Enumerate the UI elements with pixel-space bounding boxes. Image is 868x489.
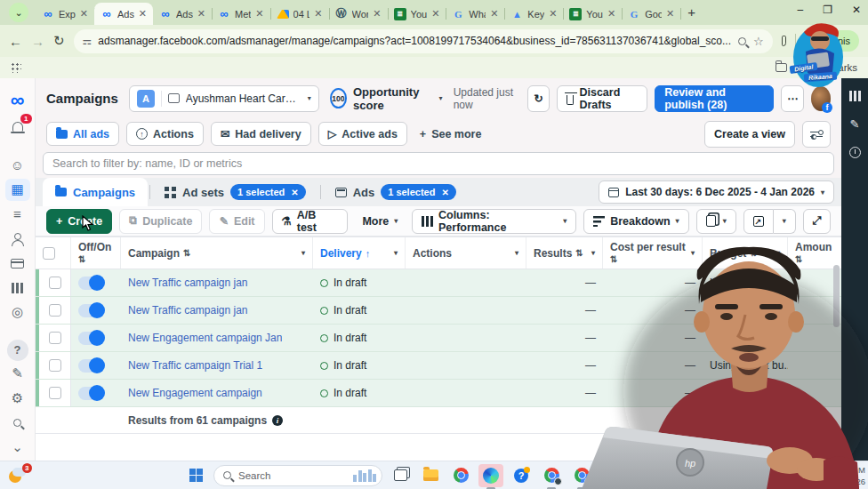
more-button[interactable]: More ▾	[355, 215, 405, 228]
events-nav-icon[interactable]: ◎	[5, 301, 30, 325]
meta-logo-icon[interactable]: ∞	[5, 87, 30, 114]
audiences-nav-icon[interactable]	[5, 228, 30, 251]
ab-test-button[interactable]: ⚗ A/B test	[272, 209, 349, 234]
campaign-toggle[interactable]	[78, 277, 105, 290]
analytics-nav-icon[interactable]	[5, 277, 30, 300]
tab-close-icon[interactable]: ✕	[139, 8, 147, 20]
filter-active-ads[interactable]: ▷ Active ads	[318, 122, 407, 146]
toggle-cell[interactable]	[71, 297, 121, 324]
browser-tab[interactable]: G Goo ✕	[622, 3, 680, 25]
apps-grid-icon[interactable]	[11, 62, 21, 73]
toggle-cell[interactable]	[71, 352, 121, 379]
taskbar-clock[interactable]: M 026	[851, 465, 865, 487]
col-cost-per-result[interactable]: Cost per result⇅ ▾	[603, 237, 703, 269]
browser-tab[interactable]: ≣ You ✕	[388, 3, 446, 25]
row-checkbox[interactable]	[49, 387, 61, 399]
reports-button[interactable]: ▾	[696, 209, 736, 234]
opportunity-score[interactable]: 100 Opportunity score ▾	[330, 85, 443, 112]
tab-ad-sets[interactable]: Ad sets 1 selected ✕	[152, 178, 318, 206]
browser-tab[interactable]: G Wha ✕	[446, 3, 504, 25]
search-input[interactable]	[43, 152, 834, 175]
filter-had-delivery[interactable]: ✉ Had delivery	[211, 122, 311, 146]
browser-tab[interactable]: ≣ You ✕	[563, 3, 622, 25]
tab-ads[interactable]: Ads 1 selected ✕	[323, 178, 469, 206]
notifications-bell-icon[interactable]: 1	[5, 116, 30, 139]
create-button[interactable]: + Create	[46, 209, 112, 234]
billing-nav-icon[interactable]: ≡	[5, 203, 30, 226]
campaign-link[interactable]: New Engagement campaign Jan	[128, 332, 282, 344]
columns-button[interactable]: Columns: Performance ▾	[412, 209, 576, 234]
review-publish-button[interactable]: Review and publish (28)	[655, 85, 774, 112]
duplicate-button[interactable]: ⧉ Duplicate	[119, 209, 202, 234]
campaign-toggle[interactable]	[78, 304, 105, 317]
browser-tab[interactable]: ▲ Key ✕	[504, 3, 563, 25]
toggle-cell[interactable]	[71, 269, 121, 296]
row-select-cell[interactable]	[36, 269, 71, 296]
file-explorer-button[interactable]	[418, 464, 443, 487]
campaign-link[interactable]: New Engagement campaign	[128, 387, 262, 399]
history-clock-icon[interactable]	[849, 147, 861, 158]
create-view-button[interactable]: Create a view	[704, 121, 795, 148]
window-close-button[interactable]: ✕	[852, 4, 861, 16]
filter-all-ads[interactable]: All ads	[46, 122, 119, 146]
tab-close-icon[interactable]: ✕	[197, 8, 205, 20]
taskbar-search[interactable]: Search	[213, 465, 382, 486]
export-button[interactable]: ↗	[743, 209, 774, 234]
tab-close-icon[interactable]: ✕	[549, 8, 557, 20]
campaign-toggle[interactable]	[78, 387, 105, 400]
row-checkbox[interactable]	[49, 359, 61, 372]
back-icon[interactable]: ←	[9, 34, 22, 49]
row-select-cell[interactable]	[36, 380, 71, 406]
browser-tab[interactable]: Ⓦ Wor ✕	[329, 3, 388, 25]
close-icon[interactable]: ✕	[291, 188, 298, 197]
reload-icon[interactable]: ↻	[53, 33, 65, 49]
refresh-button[interactable]: ↻	[527, 85, 551, 112]
breakdown-button[interactable]: Breakdown ▾	[583, 209, 688, 234]
select-all-checkbox[interactable]	[43, 247, 55, 260]
window-maximize-button[interactable]: ❐	[823, 4, 832, 16]
tab-close-icon[interactable]: ✕	[314, 8, 322, 20]
select-all-cell[interactable]	[36, 237, 71, 269]
tab-search-chevron-icon[interactable]: ⌄	[9, 3, 28, 22]
row-select-cell[interactable]	[36, 325, 71, 351]
col-budget[interactable]: Budget ⇅ ▾	[703, 237, 788, 269]
extensions-icon[interactable]	[782, 36, 787, 46]
expand-rail-chevron-icon[interactable]: ⌄	[5, 436, 30, 459]
chrome-button[interactable]	[448, 464, 473, 487]
col-delivery[interactable]: Delivery ↑ ▾	[313, 237, 406, 269]
toggle-cell[interactable]	[71, 380, 121, 406]
see-more-button[interactable]: + See more	[414, 128, 487, 140]
forward-icon[interactable]: →	[31, 34, 44, 49]
ad-sets-selected-badge[interactable]: 1 selected ✕	[230, 184, 306, 200]
account-overview-icon[interactable]: ☺	[5, 154, 30, 177]
row-checkbox[interactable]	[49, 332, 61, 344]
new-tab-button[interactable]: +	[687, 4, 695, 20]
edit-button[interactable]: ✎ Edit	[209, 209, 264, 234]
campaign-toggle[interactable]	[78, 359, 105, 373]
campaign-link[interactable]: New Traffic campaign jan	[128, 277, 248, 289]
col-results[interactable]: Results ⇅ ▾	[526, 237, 603, 269]
scrollbar-thumb[interactable]	[833, 265, 840, 327]
info-icon[interactable]: i	[272, 415, 283, 426]
ads-selected-badge[interactable]: 1 selected ✕	[381, 184, 456, 200]
col-amount[interactable]: Amoun⇅	[788, 237, 820, 269]
tab-close-icon[interactable]: ✕	[255, 8, 263, 20]
bookmark-star-icon[interactable]: ☆	[753, 35, 764, 48]
browser-tab[interactable]: ∞ Exp ✕	[36, 3, 94, 25]
weather-widget[interactable]: 3	[9, 467, 28, 485]
row-checkbox[interactable]	[49, 304, 61, 317]
date-range-picker[interactable]: Last 30 days: 6 Dec 2025 - 4 Jan 2026 ▾	[599, 180, 834, 204]
address-bar[interactable]: ⚎ adsmanager.facebook.com/adsmanager/man…	[74, 29, 773, 53]
help-icon[interactable]: ?	[7, 340, 28, 361]
col-off-on[interactable]: Off/On⇅	[71, 237, 121, 269]
browser-tab[interactable]: ∞ Ads ✕	[153, 3, 212, 25]
chrome-profile-1-button[interactable]	[539, 464, 564, 487]
chevron-down-icon[interactable]: ▾	[776, 249, 780, 257]
tab-close-icon[interactable]: ✕	[80, 8, 88, 20]
campaign-link[interactable]: New Traffic campaign Trial 1	[128, 359, 262, 372]
obs-button[interactable]	[660, 464, 685, 487]
edge-button[interactable]	[478, 464, 503, 487]
url-text[interactable]: adsmanager.facebook.com/adsmanager/manag…	[98, 35, 731, 47]
close-icon[interactable]: ✕	[441, 188, 448, 197]
tab-close-icon[interactable]: ✕	[373, 8, 381, 20]
